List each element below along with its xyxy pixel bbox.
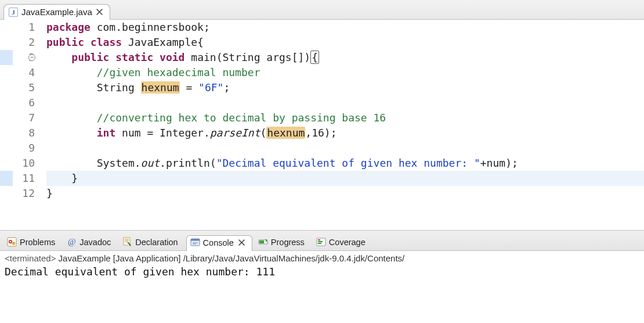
tab-label: Declaration	[135, 238, 178, 247]
code-line[interactable]: }	[46, 186, 644, 201]
declaration-icon	[122, 237, 132, 247]
console-icon	[190, 238, 200, 247]
editor-tab-bar: J JavaExample.java	[0, 0, 644, 20]
console-output[interactable]: Decimal equivalent of given hex number: …	[0, 264, 644, 282]
marker-bar	[0, 20, 13, 230]
fold-toggle-icon[interactable]: −	[28, 54, 35, 61]
line-number: 8	[13, 125, 35, 141]
tab-label: Console	[203, 238, 234, 247]
code-line[interactable]: String hexnum = "6F";	[46, 80, 644, 95]
svg-rect-11	[318, 241, 323, 242]
line-number: 2	[13, 35, 35, 50]
code-content[interactable]: package com.beginnersbook; public class …	[39, 20, 644, 230]
svg-rect-8	[259, 241, 264, 243]
tab-problems[interactable]: ! Problems	[3, 235, 61, 250]
code-line[interactable]	[46, 95, 644, 110]
tab-label: Problems	[20, 238, 55, 247]
javadoc-icon: @	[67, 237, 77, 247]
tab-label: Progress	[271, 238, 305, 247]
problems-icon: !	[7, 237, 17, 247]
tab-console[interactable]: Console	[186, 235, 252, 251]
tab-coverage[interactable]: Coverage	[313, 235, 371, 250]
line-number-gutter: 1 2 3 − 4 5 6 7 8 9 10 11 12	[13, 20, 39, 230]
editor-tab-label: JavaExample.java	[21, 7, 92, 17]
line-number: 10	[13, 156, 35, 171]
code-line[interactable]: public class JavaExample{	[46, 35, 644, 50]
svg-rect-6	[191, 239, 200, 241]
line-number: 12	[13, 186, 35, 201]
svg-rect-10	[318, 239, 320, 241]
progress-icon	[258, 237, 268, 247]
tab-label: Javadoc	[79, 238, 111, 247]
bottom-view-tab-bar: ! Problems @ Javadoc Declaration Console…	[0, 230, 644, 251]
editor-tab[interactable]: J JavaExample.java	[3, 4, 110, 20]
line-number: 11	[13, 171, 35, 186]
code-line[interactable]: }	[46, 171, 644, 186]
svg-rect-12	[318, 243, 321, 244]
java-file-icon: J	[9, 8, 18, 17]
line-number: 1	[13, 20, 35, 35]
svg-text:!: !	[13, 242, 14, 245]
line-number: 6	[13, 95, 35, 110]
coverage-icon	[316, 237, 326, 247]
line-number: 7	[13, 110, 35, 125]
code-line[interactable]: package com.beginnersbook;	[46, 20, 644, 35]
close-icon[interactable]	[238, 239, 246, 247]
tab-label: Coverage	[329, 238, 366, 247]
code-line[interactable]: int num = Integer.parseInt(hexnum,16);	[46, 125, 644, 141]
tab-declaration[interactable]: Declaration	[119, 235, 183, 250]
code-editor[interactable]: 1 2 3 − 4 5 6 7 8 9 10 11 12 package com…	[0, 20, 644, 230]
code-line[interactable]	[46, 141, 644, 156]
console-launch-header: <terminated> JavaExample [Java Applicati…	[0, 251, 644, 264]
code-line[interactable]: //converting hex to decimal by passing b…	[46, 110, 644, 125]
code-line[interactable]: public static void main(String args[]){	[46, 50, 644, 65]
line-number: 4	[13, 65, 35, 80]
line-number: 9	[13, 141, 35, 156]
code-line[interactable]: //given hexadecimal number	[46, 65, 644, 80]
close-icon[interactable]	[96, 8, 104, 16]
tab-javadoc[interactable]: @ Javadoc	[63, 235, 117, 250]
code-line[interactable]: System.out.println("Decimal equivalent o…	[46, 156, 644, 171]
line-number: 3 −	[13, 50, 35, 65]
tab-progress[interactable]: Progress	[255, 235, 310, 250]
line-number: 5	[13, 80, 35, 95]
